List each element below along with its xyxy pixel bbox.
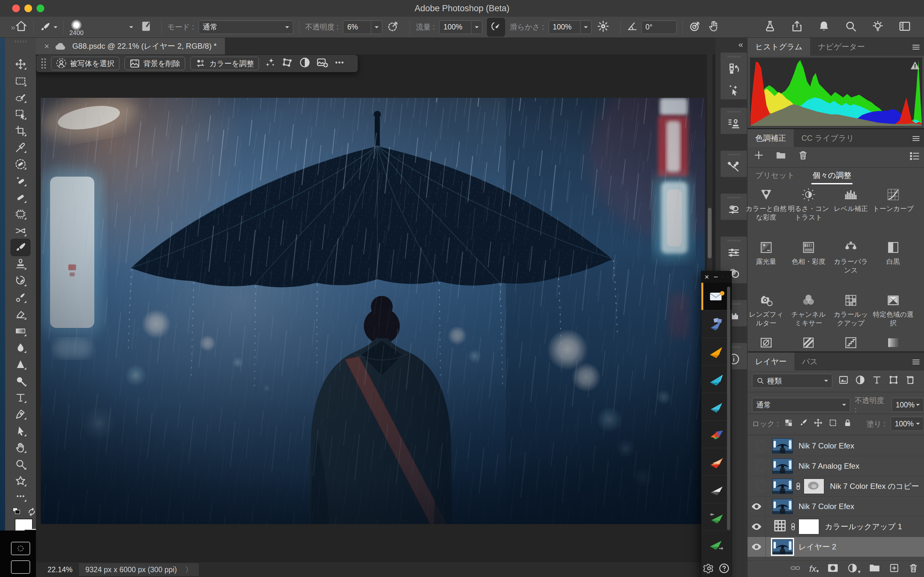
- object-selection-tool[interactable]: [14, 108, 27, 121]
- tab-navigator[interactable]: ナビゲーター: [810, 38, 872, 56]
- zoom-tool[interactable]: [14, 458, 27, 471]
- discover-bulb-icon[interactable]: [871, 20, 884, 35]
- tool-presets-icon[interactable]: [720, 156, 747, 177]
- opacity-input[interactable]: 6%: [343, 21, 371, 34]
- gesture-icon[interactable]: [707, 20, 720, 35]
- shape-filter-icon[interactable]: [888, 374, 899, 387]
- select-subject-button[interactable]: 被写体を選択: [51, 57, 120, 70]
- opacity-chevron[interactable]: [371, 21, 382, 34]
- new-group-icon[interactable]: [869, 562, 880, 575]
- properties-icon[interactable]: [720, 199, 747, 220]
- default-colors-icon[interactable]: [11, 506, 23, 519]
- blur-tool[interactable]: [14, 341, 27, 354]
- flow-input[interactable]: 100%: [439, 21, 471, 34]
- link-layers-icon[interactable]: [790, 562, 801, 575]
- brush-size-picker[interactable]: 2400: [69, 19, 84, 35]
- adjustment-item[interactable]: トーンカーブ: [873, 187, 914, 213]
- eyedropper-tool[interactable]: [14, 141, 27, 154]
- tab-layers[interactable]: レイヤー: [748, 353, 795, 371]
- home-icon[interactable]: [15, 20, 27, 35]
- adjust-color-button[interactable]: カラーを調整: [190, 57, 259, 70]
- lock-pixels-icon[interactable]: [798, 418, 808, 430]
- close-tab-icon[interactable]: ×: [44, 41, 49, 51]
- layer-row[interactable]: Nik 7 Color Efex のコピー: [748, 476, 924, 496]
- smart-object-filter-icon[interactable]: [905, 374, 916, 387]
- color-lookup-icon[interactable]: [772, 518, 788, 535]
- content-aware-move-tool[interactable]: [14, 224, 27, 237]
- workspace-icon[interactable]: [898, 20, 911, 35]
- notifications-bell-icon[interactable]: [817, 20, 830, 35]
- adjustment-item[interactable]: 白黒: [873, 240, 914, 266]
- sharpen-tool[interactable]: [14, 358, 27, 371]
- tab-cc-libraries[interactable]: CC ライブラリ: [794, 129, 862, 147]
- document-tab[interactable]: × G88.psdc @ 22.1% (レイヤー 2, RGB/8) *: [36, 38, 225, 55]
- path-selection-tool[interactable]: [14, 424, 27, 437]
- delete-layer-icon[interactable]: [908, 562, 919, 575]
- dodge-tool[interactable]: [14, 374, 27, 387]
- healing-brush-tool[interactable]: [14, 191, 27, 204]
- tab-paths[interactable]: パス: [795, 353, 825, 371]
- cached-data-warning-icon[interactable]: [909, 61, 921, 70]
- settings-gear-icon[interactable]: [703, 562, 715, 574]
- beta-flask-icon[interactable]: [764, 20, 776, 35]
- layer-opacity-input[interactable]: 100%: [892, 398, 924, 412]
- mixer-brush-tool[interactable]: [14, 291, 27, 304]
- dock-collapse-chevrons[interactable]: «: [738, 40, 743, 50]
- adjustment-item[interactable]: 色相・彩度: [788, 240, 829, 266]
- move-tool[interactable]: [14, 58, 27, 71]
- flow-chevron[interactable]: [471, 21, 482, 34]
- visibility-toggle[interactable]: [748, 436, 766, 456]
- adjustment-item[interactable]: 特定色域の選択: [873, 293, 914, 327]
- history-icon[interactable]: [720, 58, 747, 79]
- tool-preset-picker[interactable]: [39, 21, 57, 33]
- panel-menu-icon[interactable]: [911, 358, 921, 368]
- layer-blend-mode-select[interactable]: 通常: [752, 398, 850, 412]
- panel-menu-icon[interactable]: [911, 43, 921, 53]
- new-adjustment-icon[interactable]: ▾: [847, 562, 861, 575]
- brush-settings-panel-icon[interactable]: [140, 20, 152, 34]
- pressure-size-icon[interactable]: [688, 20, 701, 35]
- pressure-opacity-icon[interactable]: [387, 20, 399, 35]
- lock-all-icon[interactable]: [843, 418, 853, 430]
- nik-scrollbar[interactable]: [727, 287, 730, 530]
- layer-mask-thumbnail[interactable]: [798, 519, 819, 534]
- adjustment-item[interactable]: チャンネルミキサー: [788, 293, 829, 327]
- airbrush-toggle[interactable]: [487, 18, 505, 36]
- blend-mode-select[interactable]: 通常: [199, 21, 293, 34]
- mask-link-icon[interactable]: [790, 522, 796, 531]
- rectangular-marquee-tool[interactable]: [14, 74, 27, 87]
- remove-background-button[interactable]: 背景を削除: [124, 57, 186, 70]
- layer-style-fx-icon[interactable]: fx▾: [809, 564, 819, 574]
- visibility-toggle[interactable]: [748, 517, 766, 537]
- layer-row[interactable]: Nik 7 Color Efex: [748, 496, 924, 517]
- nik-close-icon[interactable]: ×: [704, 272, 709, 282]
- document-size-info[interactable]: 9324 px x 6000 px (300 ppi) 〉: [79, 563, 199, 576]
- selection-brush-tool[interactable]: [14, 91, 27, 104]
- add-adjustment-icon[interactable]: [753, 150, 764, 163]
- screen-mode-button[interactable]: [11, 560, 30, 574]
- layer-filter-select[interactable]: 種類: [752, 374, 832, 388]
- smoothing-options-gear-icon[interactable]: [597, 20, 610, 35]
- layer-row[interactable]: Nik 7 Color Efex: [748, 436, 924, 456]
- pen-tool[interactable]: [14, 408, 27, 421]
- layer-row[interactable]: Nik 7 Analog Efex: [748, 456, 924, 476]
- history-brush-tool[interactable]: [14, 274, 27, 287]
- list-view-icon[interactable]: [909, 150, 920, 164]
- toolbar-expand-chevrons[interactable]: »: [11, 23, 15, 32]
- brush-picker-chevron[interactable]: [129, 26, 133, 30]
- share-icon[interactable]: [790, 20, 803, 35]
- smoothing-input[interactable]: 100%: [549, 21, 581, 34]
- image-filter-icon[interactable]: [838, 374, 849, 387]
- edit-toolbar-icon[interactable]: [14, 490, 27, 503]
- adjustment-item[interactable]: 露光量: [746, 240, 787, 266]
- angle-input[interactable]: 0°: [641, 21, 677, 34]
- remove-tool[interactable]: [14, 158, 27, 171]
- lock-transparency-icon[interactable]: [784, 418, 793, 430]
- transform-icon[interactable]: [281, 56, 294, 71]
- search-icon[interactable]: [845, 20, 857, 35]
- visibility-toggle[interactable]: [748, 537, 766, 557]
- type-filter-icon[interactable]: [871, 374, 882, 387]
- quick-mask-button[interactable]: [11, 542, 30, 555]
- adjustment-item[interactable]: 明るさ・コントラスト: [788, 187, 829, 221]
- generate-sparkle-icon[interactable]: [264, 56, 276, 71]
